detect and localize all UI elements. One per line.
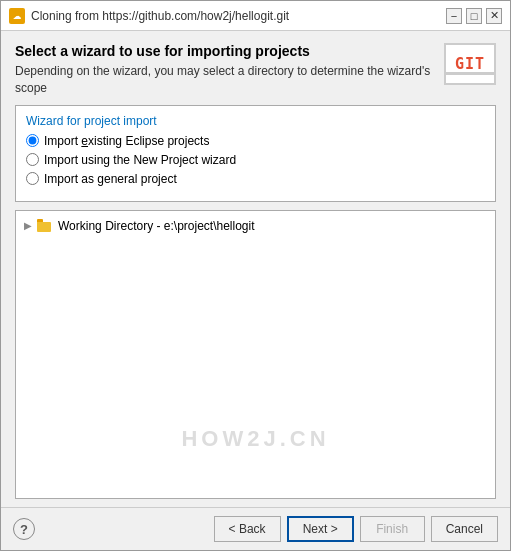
maximize-button[interactable]: □ (466, 8, 482, 24)
window-title: Cloning from https://github.com/how2j/he… (31, 9, 289, 23)
back-button[interactable]: < Back (214, 516, 281, 542)
help-button[interactable]: ? (13, 518, 35, 540)
title-bar: ☁ Cloning from https://github.com/how2j/… (1, 1, 510, 31)
radio-input-1[interactable] (26, 134, 39, 147)
radio-option-1[interactable]: Import existing Eclipse projects (26, 134, 485, 148)
cancel-button[interactable]: Cancel (431, 516, 498, 542)
bottom-buttons: < Back Next > Finish Cancel (214, 516, 498, 542)
directory-item: ▶ Working Directory - e:\project\hellogi… (24, 217, 487, 235)
directory-box: ▶ Working Directory - e:\project\hellogi… (15, 210, 496, 499)
title-bar-left: ☁ Cloning from https://github.com/how2j/… (9, 8, 289, 24)
radio-input-3[interactable] (26, 172, 39, 185)
finish-button[interactable]: Finish (360, 516, 425, 542)
directory-label: Working Directory - e:\project\hellogit (58, 219, 255, 233)
header-text: Select a wizard to use for importing pro… (15, 43, 434, 97)
folder-icon (37, 219, 53, 233)
header-description: Depending on the wizard, you may select … (15, 63, 434, 97)
title-controls: − □ ✕ (446, 8, 502, 24)
svg-text:☁: ☁ (13, 12, 21, 21)
content-area: Select a wizard to use for importing pro… (1, 31, 510, 507)
next-button[interactable]: Next > (287, 516, 354, 542)
radio-label-3: Import as general project (44, 172, 177, 186)
bottom-left: ? (13, 518, 35, 540)
close-button[interactable]: ✕ (486, 8, 502, 24)
radio-input-2[interactable] (26, 153, 39, 166)
radio-option-2[interactable]: Import using the New Project wizard (26, 153, 485, 167)
window-icon: ☁ (9, 8, 25, 24)
radio-label-2: Import using the New Project wizard (44, 153, 236, 167)
git-logo-text: GIT (455, 55, 485, 73)
main-window: ☁ Cloning from https://github.com/how2j/… (0, 0, 511, 551)
git-logo: GIT (444, 43, 496, 85)
bottom-bar: ? < Back Next > Finish Cancel (1, 507, 510, 550)
header-section: Select a wizard to use for importing pro… (15, 43, 496, 97)
folder-arrow-icon: ▶ (24, 220, 32, 231)
radio-label-1: Import existing Eclipse projects (44, 134, 209, 148)
radio-option-3[interactable]: Import as general project (26, 172, 485, 186)
wizard-group: Wizard for project import Import existin… (15, 105, 496, 202)
git-logo-decoration (446, 72, 494, 75)
watermark: HOW2J.CN (24, 386, 487, 492)
minimize-button[interactable]: − (446, 8, 462, 24)
header-title: Select a wizard to use for importing pro… (15, 43, 434, 59)
wizard-group-label: Wizard for project import (26, 114, 485, 128)
